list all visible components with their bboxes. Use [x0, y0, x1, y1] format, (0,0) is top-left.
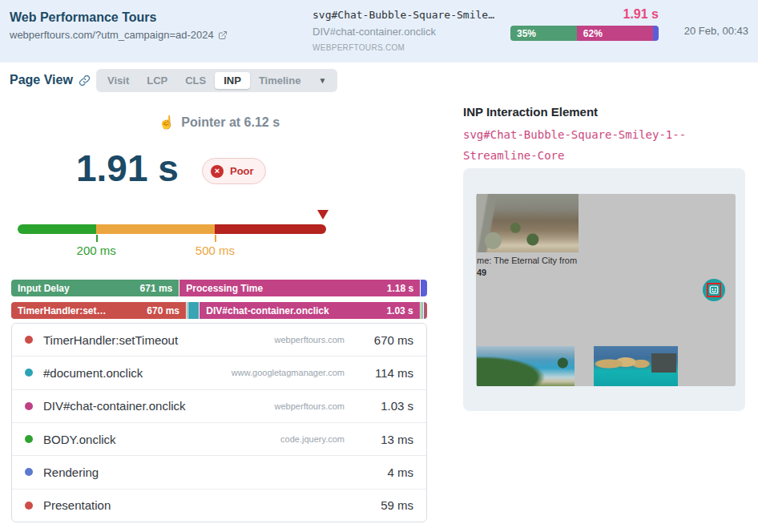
- bar-segment[interactable]: [187, 302, 187, 319]
- handler-name: DIV#chat-container.onclick: [312, 26, 494, 38]
- row-value: 4 ms: [345, 466, 413, 479]
- gauge-segment-needs-improvement: [96, 224, 215, 234]
- tab-lcp[interactable]: LCP: [138, 72, 176, 89]
- site-info: Web Performance Tours webperftours.com/?…: [10, 10, 228, 41]
- phase-mini-bar[interactable]: 35% 62%: [510, 26, 659, 41]
- inp-debug-view: Web Performance Tours webperftours.com/?…: [0, 0, 758, 532]
- inp-value: 1.91 s: [76, 147, 179, 190]
- mini-bar-segment[interactable]: 62%: [577, 26, 654, 41]
- row-domain: code.jquery.com: [280, 434, 345, 444]
- row-value: 670 ms: [345, 333, 413, 347]
- tab-group: Visit LCP CLS INP Timeline ▼: [96, 69, 337, 92]
- element-screenshot-panel: me: The Eternal City from 49: [463, 168, 745, 411]
- bar-segment-timerhandler[interactable]: TimerHandler:set… 670 ms: [11, 302, 186, 319]
- series-dot: [25, 336, 33, 344]
- row-value: 59 ms: [345, 498, 413, 512]
- site-url: webperftours.com/?utm_campaign=ad-2024: [10, 29, 228, 41]
- page-title: Page View: [10, 73, 91, 87]
- screenshot-caption: me: The Eternal City from 49: [477, 255, 577, 279]
- caption-line: 49: [477, 268, 486, 277]
- row-name: BODY.onclick: [43, 433, 116, 446]
- rome-thumbnail-image: [477, 194, 579, 252]
- handler-breakdown-bar: TimerHandler:set… 670 ms DIV#chat-contai…: [11, 302, 427, 319]
- table-row[interactable]: Rendering 4 ms: [12, 455, 426, 488]
- bar-segment-processing-time[interactable]: Processing Time 1.18 s: [179, 280, 420, 296]
- bar-segment[interactable]: [421, 302, 421, 319]
- external-link-icon[interactable]: [218, 30, 228, 40]
- link-icon[interactable]: [79, 75, 91, 87]
- table-row[interactable]: BODY.onclick code.jquery.com 13 ms: [12, 422, 426, 455]
- row-value: 1.03 s: [345, 399, 413, 413]
- interaction-element-info: svg#Chat-Bubble-Square-Smile… DIV#chat-c…: [312, 9, 494, 52]
- chevron-down-icon[interactable]: ▼: [309, 76, 335, 85]
- chat-bubble-smiley-icon: [709, 285, 719, 295]
- rating-badge: × Poor: [202, 158, 266, 184]
- segment-label: DIV#chat-container.onclick: [200, 305, 329, 316]
- phase-breakdown-bar: Input Delay 671 ms Processing Time 1.18 …: [11, 280, 427, 296]
- gauge-bar: [18, 224, 326, 234]
- tab-visit[interactable]: Visit: [99, 72, 138, 89]
- bar-segment-document-onclick[interactable]: [188, 302, 199, 319]
- series-dot: [25, 468, 33, 476]
- table-row[interactable]: #document.onclick www.googletagmanager.c…: [12, 356, 426, 389]
- beach-thumbnail-image: [477, 346, 575, 386]
- page-title-label: Page View: [10, 73, 73, 87]
- mini-segment-label: 35%: [517, 28, 536, 39]
- segment-value: 670 ms: [147, 305, 186, 316]
- element-panel-title: INP Interaction Element: [463, 105, 598, 119]
- segment-value: 1.18 s: [387, 283, 420, 294]
- tab-timeline[interactable]: Timeline: [250, 72, 310, 89]
- segment-label: Input Delay: [11, 283, 70, 294]
- mini-segment-label: 62%: [583, 28, 603, 39]
- row-value: 13 ms: [345, 433, 413, 446]
- inp-metric-value: 1.91 s: [510, 7, 659, 22]
- row-name: #document.onclick: [43, 366, 143, 380]
- gauge-marker-icon: [317, 210, 329, 220]
- bar-segment[interactable]: [422, 302, 423, 319]
- bungalow-thumbnail-image: [594, 346, 678, 386]
- selector-line: Streamline-Core: [463, 145, 744, 166]
- series-dot: [25, 502, 33, 510]
- pointer-icon: ☝: [159, 115, 175, 129]
- row-name: TimerHandler:setTimeout: [43, 333, 178, 347]
- mini-bar-segment[interactable]: 35%: [510, 26, 577, 41]
- gauge-tick-label: 200 ms: [77, 244, 116, 257]
- mini-bar-segment[interactable]: [653, 26, 659, 41]
- element-highlight-box: [707, 283, 721, 297]
- segment-label: Processing Time: [179, 283, 263, 294]
- bar-segment-chat-container[interactable]: DIV#chat-container.onclick 1.03 s: [200, 302, 420, 319]
- bar-segment-input-delay[interactable]: Input Delay 671 ms: [11, 280, 179, 296]
- row-domain: webperftours.com: [275, 335, 345, 345]
- row-domain: www.googletagmanager.com: [232, 368, 345, 377]
- gauge-segment-good: [18, 224, 96, 234]
- tab-cls[interactable]: CLS: [176, 72, 215, 89]
- gauge-tick: [96, 235, 98, 242]
- page-screenshot: me: The Eternal City from 49: [476, 194, 736, 386]
- site-title: Web Performance Tours: [10, 10, 228, 25]
- row-name: DIV#chat-container.onclick: [43, 399, 186, 413]
- selector-line: svg#Chat-Bubble-Square-Smiley-1--: [463, 124, 744, 145]
- breakdown-table: TimerHandler:setTimeout webperftours.com…: [11, 323, 427, 522]
- row-value: 114 ms: [345, 366, 413, 380]
- row-name: Rendering: [43, 466, 99, 479]
- interaction-label-text: Pointer at 6.12 s: [181, 115, 280, 129]
- rating-label: Poor: [230, 165, 254, 177]
- timestamp: 20 Feb, 00:43: [684, 25, 748, 37]
- bar-segment[interactable]: [425, 302, 427, 319]
- inp-gauge: 200 ms 500 ms: [18, 224, 326, 234]
- table-row[interactable]: DIV#chat-container.onclick webperftours.…: [12, 389, 426, 422]
- bar-segment-presentation-delay[interactable]: [421, 280, 427, 296]
- table-row[interactable]: TimerHandler:setTimeout webperftours.com…: [12, 324, 426, 356]
- table-row[interactable]: Presentation 59 ms: [12, 489, 426, 522]
- metric-block: 1.91 s 35% 62%: [510, 7, 659, 41]
- chat-widget-button: [703, 279, 725, 301]
- page-header: Web Performance Tours webperftours.com/?…: [0, 0, 758, 62]
- tab-inp[interactable]: INP: [215, 72, 250, 89]
- element-selector: svg#Chat-Bubble-Square-Smile…: [312, 9, 494, 21]
- site-domain: WEBPERFTOURS.COM: [312, 43, 494, 52]
- segment-value: 671 ms: [140, 283, 179, 294]
- interaction-type-label: ☝ Pointer at 6.12 s: [11, 115, 427, 130]
- series-dot: [25, 402, 33, 410]
- series-dot: [25, 369, 33, 377]
- caption-line: me: The Eternal City from: [477, 255, 577, 267]
